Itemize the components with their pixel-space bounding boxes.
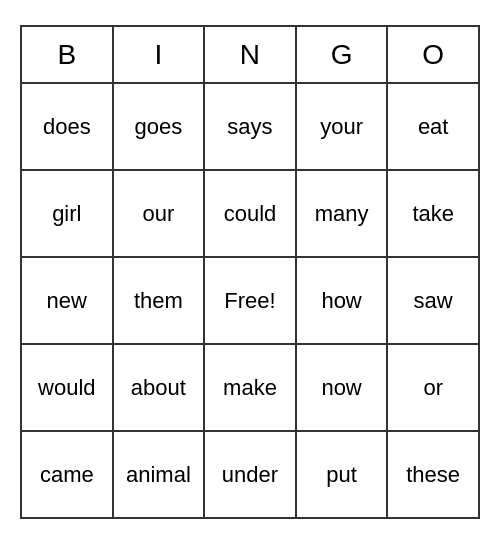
cell-1-1: does bbox=[22, 84, 114, 169]
cell-3-2: them bbox=[114, 258, 206, 343]
bingo-row-2: girl our could many take bbox=[22, 171, 478, 258]
cell-1-5: eat bbox=[388, 84, 478, 169]
cell-2-2: our bbox=[114, 171, 206, 256]
bingo-row-3: new them Free! how saw bbox=[22, 258, 478, 345]
header-g: G bbox=[297, 27, 389, 82]
cell-5-2: animal bbox=[114, 432, 206, 517]
cell-3-1: new bbox=[22, 258, 114, 343]
cell-1-2: goes bbox=[114, 84, 206, 169]
cell-2-4: many bbox=[297, 171, 389, 256]
cell-5-5: these bbox=[388, 432, 478, 517]
cell-2-5: take bbox=[388, 171, 478, 256]
cell-5-4: put bbox=[297, 432, 389, 517]
cell-1-3: says bbox=[205, 84, 297, 169]
header-i: I bbox=[114, 27, 206, 82]
cell-5-1: came bbox=[22, 432, 114, 517]
cell-3-3-free: Free! bbox=[205, 258, 297, 343]
cell-4-3: make bbox=[205, 345, 297, 430]
header-b: B bbox=[22, 27, 114, 82]
bingo-row-1: does goes says your eat bbox=[22, 84, 478, 171]
cell-3-4: how bbox=[297, 258, 389, 343]
cell-1-4: your bbox=[297, 84, 389, 169]
bingo-header-row: B I N G O bbox=[22, 27, 478, 84]
cell-5-3: under bbox=[205, 432, 297, 517]
cell-4-5: or bbox=[388, 345, 478, 430]
cell-3-5: saw bbox=[388, 258, 478, 343]
bingo-row-4: would about make now or bbox=[22, 345, 478, 432]
bingo-card: B I N G O does goes says your eat girl o… bbox=[20, 25, 480, 519]
header-o: O bbox=[388, 27, 478, 82]
cell-4-1: would bbox=[22, 345, 114, 430]
header-n: N bbox=[205, 27, 297, 82]
bingo-row-5: came animal under put these bbox=[22, 432, 478, 517]
cell-2-1: girl bbox=[22, 171, 114, 256]
cell-4-2: about bbox=[114, 345, 206, 430]
cell-4-4: now bbox=[297, 345, 389, 430]
cell-2-3: could bbox=[205, 171, 297, 256]
